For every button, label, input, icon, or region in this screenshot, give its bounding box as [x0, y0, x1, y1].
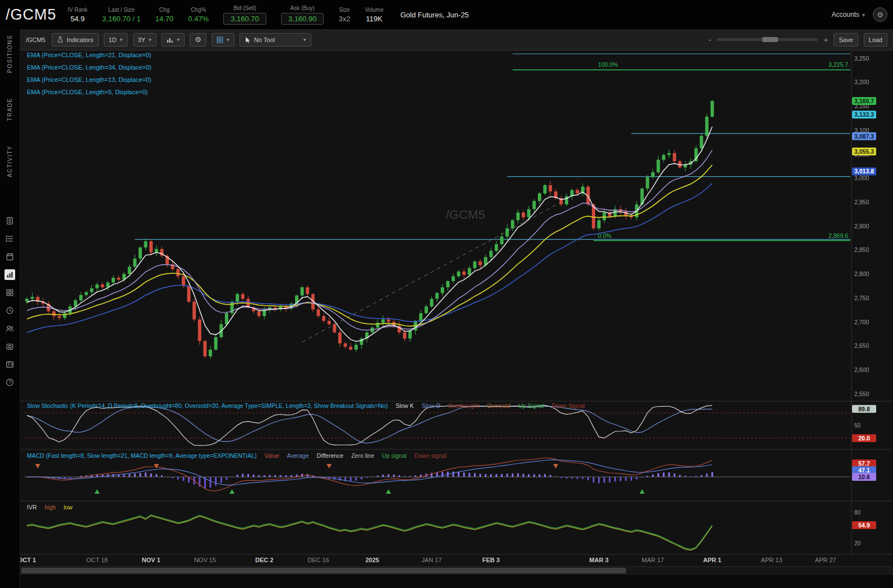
size-value: 3x2	[338, 15, 350, 23]
svg-text:EMA (Price=CLOSE, Length=21, D: EMA (Price=CLOSE, Length=21, Displace=0)	[27, 52, 151, 58]
chg-value: 14.70	[155, 15, 174, 23]
svg-text:EMA (Price=CLOSE, Length=34, D: EMA (Price=CLOSE, Length=34, Displace=0)	[27, 64, 151, 71]
svg-text:54.9: 54.9	[858, 522, 870, 529]
svg-text:MAR 3: MAR 3	[590, 557, 609, 563]
range-dropdown[interactable]: 3Y ▾	[133, 33, 157, 47]
svg-text:20.0: 20.0	[858, 435, 870, 442]
field-chg-pct: Chg% 0.47%	[188, 7, 209, 23]
chevron-down-icon: ▾	[149, 36, 151, 43]
chevron-down-icon: ▾	[120, 36, 123, 43]
sidebar-tab-activity[interactable]: ACTIVITY	[7, 145, 13, 177]
zoom-slider-handle[interactable]	[762, 37, 778, 42]
save-button[interactable]: Save	[834, 33, 858, 47]
chg-pct-value: 0.47%	[188, 15, 209, 23]
svg-text:2,750: 2,750	[854, 295, 869, 301]
svg-text:100.0%: 100.0%	[598, 61, 618, 68]
svg-text:NOV 1: NOV 1	[142, 557, 160, 563]
trading-app: /GCM5 IV Rank 54.9 Last / Size 3,160.70 …	[0, 0, 893, 588]
sidebar-tab-positions[interactable]: POSITIONS	[7, 35, 13, 73]
watchlist-icon[interactable]	[4, 233, 15, 244]
svg-text:JAN 17: JAN 17	[421, 557, 441, 563]
symbol-title: /GCM5	[6, 6, 57, 24]
chart-canvas[interactable]: /GCM53,2503,2003,1503,1003,0503,0002,950…	[20, 50, 893, 588]
svg-text:3,087.3: 3,087.3	[854, 133, 874, 140]
calculator-icon[interactable]	[4, 215, 15, 226]
svg-text:50: 50	[854, 422, 861, 429]
fx-icon[interactable]: Fx	[4, 359, 15, 370]
svg-text:3,000: 3,000	[854, 174, 869, 181]
chart-icon[interactable]	[4, 269, 15, 280]
svg-text:2,950: 2,950	[854, 199, 869, 205]
flask-icon	[57, 36, 63, 43]
svg-text:2,650: 2,650	[854, 342, 869, 349]
svg-text:MACD (Fast length=8, Slow leng: MACD (Fast length=8, Slow length=21, MAC…	[27, 452, 446, 459]
last-size-value: 3,160.70 / 1	[102, 15, 141, 23]
svg-text:APR 27: APR 27	[815, 557, 836, 563]
zoom-out-button[interactable]: -	[709, 35, 712, 44]
chevron-down-icon: ▾	[227, 36, 229, 43]
bid-button[interactable]: 3,160.70	[223, 13, 266, 25]
quote-header: /GCM5 IV Rank 54.9 Last / Size 3,160.70 …	[0, 0, 893, 29]
load-button[interactable]: Load	[864, 33, 887, 47]
svg-text:MAR 17: MAR 17	[642, 557, 664, 563]
svg-text:3,200: 3,200	[854, 79, 869, 85]
svg-text:OCT 1: OCT 1	[20, 557, 36, 563]
svg-text:3,013.8: 3,013.8	[854, 168, 874, 174]
svg-text:80: 80	[854, 509, 861, 516]
instrument-description: Gold Futures, Jun-25	[401, 11, 469, 19]
ask-button[interactable]: 3,160.90	[281, 13, 324, 25]
calendar-icon[interactable]	[4, 251, 15, 262]
chevron-down-icon: ▾	[177, 36, 179, 43]
field-size: Size 3x2	[338, 7, 350, 23]
svg-text:2,700: 2,700	[854, 319, 869, 325]
accounts-menu[interactable]: Accounts ▾	[832, 11, 865, 19]
svg-text:3,225.7: 3,225.7	[828, 61, 848, 68]
svg-text:20: 20	[854, 540, 861, 546]
field-bid: Bid (Sell) 3,160.70	[223, 5, 266, 25]
svg-text:3,055.3: 3,055.3	[854, 148, 874, 155]
contacts-icon[interactable]	[4, 323, 15, 334]
svg-text:DEC 2: DEC 2	[255, 557, 273, 563]
sidebar-tab-trade[interactable]: TRADE	[7, 98, 13, 121]
help-icon[interactable]: ?	[4, 377, 15, 388]
indicators-button[interactable]: Indicators	[52, 33, 99, 47]
svg-text:2,600: 2,600	[854, 366, 869, 373]
svg-text:IVRhighlow: IVRhighlow	[27, 504, 73, 511]
svg-text:APR 13: APR 13	[761, 557, 782, 563]
history-icon[interactable]	[4, 305, 15, 316]
chevron-down-icon: ▾	[862, 12, 865, 18]
svg-text:Fx: Fx	[8, 362, 13, 368]
drawing-tool-dropdown[interactable]: No Tool ▾	[240, 33, 311, 47]
svg-text:EMA (Price=CLOSE, Length=5, Di: EMA (Price=CLOSE, Length=5, Displace=0)	[27, 89, 148, 95]
zoom-in-button[interactable]: +	[823, 35, 828, 44]
field-iv-rank: IV Rank 54.9	[68, 7, 88, 23]
zoom-slider[interactable]	[717, 38, 818, 41]
svg-text:FEB 3: FEB 3	[482, 557, 500, 563]
svg-text:10.6: 10.6	[858, 474, 870, 480]
setup-icon[interactable]: ⚙	[873, 7, 887, 22]
svg-text:89.8: 89.8	[858, 406, 870, 412]
field-volume: Volume 119K	[365, 7, 383, 23]
svg-text:2,869.6: 2,869.6	[828, 232, 848, 239]
chart-settings-button[interactable]: ⚙	[190, 33, 206, 47]
apps-icon[interactable]	[4, 287, 15, 298]
chart-style-dropdown[interactable]: ▾	[162, 33, 185, 47]
svg-text:/GCM5: /GCM5	[446, 208, 485, 222]
scanner-icon[interactable]	[4, 341, 15, 352]
grid-layout-dropdown[interactable]: ▾	[211, 33, 234, 47]
svg-text:57.7: 57.7	[858, 460, 870, 467]
svg-text:3,132.3: 3,132.3	[854, 111, 874, 118]
chart-toolbar: /GCM5 Indicators 1D ▾ 3Y ▾ ▾	[20, 29, 893, 50]
svg-text:2,550: 2,550	[854, 391, 869, 397]
volume-value: 119K	[365, 15, 383, 23]
field-ask: Ask (Buy) 3,160.90	[281, 5, 324, 25]
svg-text:DEC 16: DEC 16	[307, 557, 329, 563]
timeframe-dropdown[interactable]: 1D ▾	[104, 33, 128, 47]
svg-text:2,850: 2,850	[854, 246, 869, 253]
cursor-icon	[245, 36, 251, 43]
iv-rank-value: 54.9	[68, 15, 88, 23]
svg-text:2,800: 2,800	[854, 270, 869, 277]
chevron-down-icon: ▾	[303, 36, 306, 43]
svg-text:?: ?	[9, 380, 12, 385]
svg-text:2025: 2025	[365, 557, 379, 563]
